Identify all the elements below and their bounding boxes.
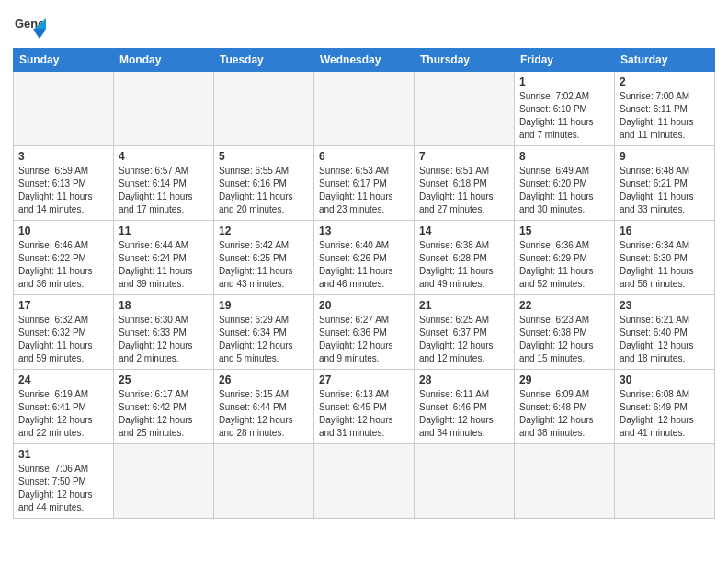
day-cell — [214, 72, 314, 146]
day-cell — [114, 72, 214, 146]
day-cell: 30Sunrise: 6:08 AM Sunset: 6:49 PM Dayli… — [615, 370, 715, 444]
week-row-3: 17Sunrise: 6:32 AM Sunset: 6:32 PM Dayli… — [14, 295, 715, 370]
day-cell: 29Sunrise: 6:09 AM Sunset: 6:48 PM Dayli… — [515, 370, 615, 444]
day-info: Sunrise: 6:08 AM Sunset: 6:49 PM Dayligh… — [620, 388, 710, 440]
general-blue-logo-icon: General — [13, 9, 46, 42]
day-info: Sunrise: 6:44 AM Sunset: 6:24 PM Dayligh… — [119, 239, 209, 291]
week-row-5: 31Sunrise: 7:06 AM Sunset: 7:50 PM Dayli… — [14, 444, 715, 519]
page: General SundayMondayTuesdayWednesdayThur… — [0, 0, 728, 524]
day-info: Sunrise: 7:02 AM Sunset: 6:10 PM Dayligh… — [519, 90, 609, 142]
week-row-4: 24Sunrise: 6:19 AM Sunset: 6:41 PM Dayli… — [14, 370, 715, 444]
day-info: Sunrise: 6:57 AM Sunset: 6:14 PM Dayligh… — [119, 165, 209, 216]
day-number: 29 — [519, 373, 609, 386]
day-number: 26 — [219, 373, 309, 386]
day-cell: 21Sunrise: 6:25 AM Sunset: 6:37 PM Dayli… — [415, 295, 515, 370]
day-info: Sunrise: 6:30 AM Sunset: 6:33 PM Dayligh… — [119, 314, 209, 365]
day-number: 5 — [219, 150, 309, 163]
day-cell — [114, 444, 214, 519]
day-info: Sunrise: 6:34 AM Sunset: 6:30 PM Dayligh… — [620, 239, 710, 291]
day-info: Sunrise: 6:13 AM Sunset: 6:45 PM Dayligh… — [319, 388, 409, 440]
day-cell: 24Sunrise: 6:19 AM Sunset: 6:41 PM Dayli… — [14, 370, 114, 444]
day-number: 1 — [519, 75, 609, 88]
day-cell — [314, 444, 415, 519]
day-number: 12 — [219, 224, 309, 237]
day-info: Sunrise: 6:46 AM Sunset: 6:22 PM Dayligh… — [18, 239, 108, 291]
day-info: Sunrise: 6:23 AM Sunset: 6:38 PM Dayligh… — [519, 314, 609, 365]
svg-marker-1 — [33, 29, 46, 39]
day-number: 11 — [119, 224, 209, 237]
day-number: 3 — [18, 150, 108, 163]
day-info: Sunrise: 6:15 AM Sunset: 6:44 PM Dayligh… — [219, 388, 309, 440]
day-cell: 7Sunrise: 6:51 AM Sunset: 6:18 PM Daylig… — [415, 146, 515, 221]
day-info: Sunrise: 7:06 AM Sunset: 7:50 PM Dayligh… — [18, 463, 108, 514]
day-info: Sunrise: 6:29 AM Sunset: 6:34 PM Dayligh… — [219, 314, 309, 365]
day-number: 7 — [419, 150, 509, 163]
day-number: 14 — [419, 224, 509, 237]
day-cell: 9Sunrise: 6:48 AM Sunset: 6:21 PM Daylig… — [615, 146, 715, 221]
day-info: Sunrise: 6:49 AM Sunset: 6:20 PM Dayligh… — [519, 165, 609, 216]
day-cell: 23Sunrise: 6:21 AM Sunset: 6:40 PM Dayli… — [615, 295, 715, 370]
day-number: 9 — [620, 150, 710, 163]
weekday-header-monday: Monday — [114, 49, 214, 72]
weekday-header-saturday: Saturday — [615, 49, 715, 72]
day-cell: 25Sunrise: 6:17 AM Sunset: 6:42 PM Dayli… — [114, 370, 214, 444]
day-info: Sunrise: 6:09 AM Sunset: 6:48 PM Dayligh… — [519, 388, 609, 440]
day-info: Sunrise: 6:40 AM Sunset: 6:26 PM Dayligh… — [319, 239, 409, 291]
day-cell: 8Sunrise: 6:49 AM Sunset: 6:20 PM Daylig… — [515, 146, 615, 221]
day-number: 28 — [419, 373, 509, 386]
day-cell: 26Sunrise: 6:15 AM Sunset: 6:44 PM Dayli… — [214, 370, 314, 444]
day-cell — [314, 72, 415, 146]
day-info: Sunrise: 6:11 AM Sunset: 6:46 PM Dayligh… — [419, 388, 509, 440]
weekday-header-tuesday: Tuesday — [214, 49, 314, 72]
day-number: 24 — [18, 373, 108, 386]
day-cell — [415, 444, 515, 519]
day-cell: 27Sunrise: 6:13 AM Sunset: 6:45 PM Dayli… — [314, 370, 415, 444]
day-number: 30 — [620, 373, 710, 386]
day-number: 22 — [519, 299, 609, 312]
day-number: 15 — [519, 224, 609, 237]
week-row-0: 1Sunrise: 7:02 AM Sunset: 6:10 PM Daylig… — [14, 72, 715, 146]
day-info: Sunrise: 6:17 AM Sunset: 6:42 PM Dayligh… — [119, 388, 209, 440]
weekday-header-row: SundayMondayTuesdayWednesdayThursdayFrid… — [14, 49, 715, 72]
day-cell: 22Sunrise: 6:23 AM Sunset: 6:38 PM Dayli… — [515, 295, 615, 370]
day-cell: 14Sunrise: 6:38 AM Sunset: 6:28 PM Dayli… — [415, 221, 515, 295]
logo: General — [13, 9, 50, 42]
day-cell: 5Sunrise: 6:55 AM Sunset: 6:16 PM Daylig… — [214, 146, 314, 221]
day-number: 6 — [319, 150, 409, 163]
day-info: Sunrise: 6:42 AM Sunset: 6:25 PM Dayligh… — [219, 239, 309, 291]
day-info: Sunrise: 6:48 AM Sunset: 6:21 PM Dayligh… — [620, 165, 710, 216]
day-info: Sunrise: 6:53 AM Sunset: 6:17 PM Dayligh… — [319, 165, 409, 216]
day-cell — [415, 72, 515, 146]
day-cell: 13Sunrise: 6:40 AM Sunset: 6:26 PM Dayli… — [314, 221, 415, 295]
week-row-2: 10Sunrise: 6:46 AM Sunset: 6:22 PM Dayli… — [14, 221, 715, 295]
day-number: 4 — [119, 150, 209, 163]
day-number: 27 — [319, 373, 409, 386]
week-row-1: 3Sunrise: 6:59 AM Sunset: 6:13 PM Daylig… — [14, 146, 715, 221]
day-info: Sunrise: 6:59 AM Sunset: 6:13 PM Dayligh… — [18, 165, 108, 216]
day-info: Sunrise: 6:55 AM Sunset: 6:16 PM Dayligh… — [219, 165, 309, 216]
header: General — [13, 9, 715, 42]
day-cell: 10Sunrise: 6:46 AM Sunset: 6:22 PM Dayli… — [14, 221, 114, 295]
day-cell: 20Sunrise: 6:27 AM Sunset: 6:36 PM Dayli… — [314, 295, 415, 370]
calendar-table: SundayMondayTuesdayWednesdayThursdayFrid… — [13, 48, 715, 519]
day-info: Sunrise: 6:38 AM Sunset: 6:28 PM Dayligh… — [419, 239, 509, 291]
day-cell: 6Sunrise: 6:53 AM Sunset: 6:17 PM Daylig… — [314, 146, 415, 221]
day-cell — [14, 72, 114, 146]
day-number: 2 — [620, 75, 710, 88]
weekday-header-friday: Friday — [515, 49, 615, 72]
day-cell: 19Sunrise: 6:29 AM Sunset: 6:34 PM Dayli… — [214, 295, 314, 370]
day-cell: 16Sunrise: 6:34 AM Sunset: 6:30 PM Dayli… — [615, 221, 715, 295]
day-info: Sunrise: 6:21 AM Sunset: 6:40 PM Dayligh… — [620, 314, 710, 365]
day-info: Sunrise: 6:32 AM Sunset: 6:32 PM Dayligh… — [18, 314, 108, 365]
day-info: Sunrise: 6:19 AM Sunset: 6:41 PM Dayligh… — [18, 388, 108, 440]
day-number: 8 — [519, 150, 609, 163]
day-cell: 31Sunrise: 7:06 AM Sunset: 7:50 PM Dayli… — [14, 444, 114, 519]
day-number: 31 — [18, 448, 108, 461]
day-number: 19 — [219, 299, 309, 312]
day-info: Sunrise: 6:27 AM Sunset: 6:36 PM Dayligh… — [319, 314, 409, 365]
day-cell: 15Sunrise: 6:36 AM Sunset: 6:29 PM Dayli… — [515, 221, 615, 295]
day-number: 20 — [319, 299, 409, 312]
day-number: 21 — [419, 299, 509, 312]
day-number: 17 — [18, 299, 108, 312]
day-cell — [214, 444, 314, 519]
